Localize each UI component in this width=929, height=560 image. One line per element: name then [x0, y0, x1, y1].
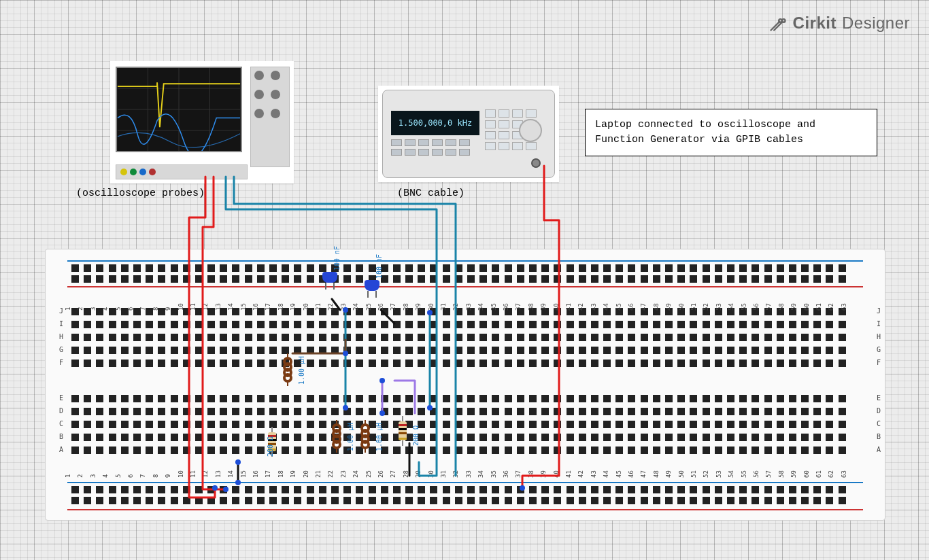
column-number: 53: [715, 470, 722, 478]
column-number: 58: [778, 470, 785, 478]
row-label: F: [877, 359, 881, 366]
column-number: 36: [503, 470, 509, 478]
capacitor-c1-value: 100 nF: [333, 246, 341, 270]
capacitor-c2-value: 100 nF: [375, 254, 383, 279]
column-number: 47: [640, 303, 647, 311]
column-number: 43: [590, 303, 597, 311]
column-number: 25: [365, 470, 372, 478]
row-label: I: [877, 320, 881, 328]
svg-point-12: [284, 374, 291, 381]
column-number: 50: [678, 470, 685, 478]
column-number: 53: [715, 303, 722, 311]
scope-ch4-port: [149, 169, 156, 175]
column-number: 30: [428, 470, 435, 478]
inductor-l1-value: 1.00 µH: [298, 356, 305, 385]
column-number: 2: [77, 307, 84, 311]
function-generator-instrument[interactable]: 1.500,000,0 kHz: [378, 86, 559, 182]
row-label: F: [59, 359, 63, 366]
row-label: A: [877, 446, 881, 453]
column-number: 31: [440, 470, 447, 478]
function-generator-output-port: [531, 158, 541, 168]
column-number: 7: [139, 307, 146, 311]
oscilloscope-channel-ports: [116, 164, 248, 179]
gpib-note[interactable]: Laptop connected to oscilloscope and Fun…: [585, 109, 877, 156]
column-number: 18: [277, 303, 284, 311]
inductor-l2-value: 1.00 µH: [347, 423, 354, 451]
column-number: 35: [490, 303, 497, 311]
column-number: 43: [590, 470, 597, 478]
resistor-r2[interactable]: [399, 416, 407, 446]
column-number: 54: [728, 470, 734, 478]
inductor-l3[interactable]: [359, 420, 371, 453]
column-number: 25: [365, 303, 372, 311]
column-number: 47: [640, 470, 647, 478]
column-number: 42: [577, 470, 584, 478]
inductor-l1[interactable]: [282, 353, 294, 386]
column-number: 14: [227, 470, 234, 478]
column-number: 18: [277, 470, 284, 478]
brand-logo: Cirkit Designer: [768, 14, 910, 33]
resistor-r1-value: 200 Ω: [267, 436, 274, 457]
capacitor-c2[interactable]: [365, 280, 379, 291]
scope-ch1-port: [120, 169, 127, 175]
column-number: 44: [603, 303, 609, 311]
column-number: 17: [265, 303, 271, 311]
column-number: 49: [665, 303, 672, 311]
inductor-l3-value: 1.00 µH: [375, 423, 383, 451]
column-number: 3: [90, 307, 97, 311]
oscilloscope-instrument[interactable]: [110, 61, 294, 183]
scope-ch2-port: [130, 169, 137, 175]
resistor-r2-value: 200 Ω: [412, 425, 420, 446]
column-number: 16: [252, 470, 259, 478]
column-number: 22: [327, 470, 334, 478]
column-number: 24: [352, 303, 359, 311]
column-number: 50: [678, 303, 685, 311]
column-number: 35: [490, 470, 497, 478]
brand-icon: [768, 14, 788, 33]
column-number: 63: [841, 470, 847, 478]
row-label: D: [59, 407, 63, 415]
column-number: 37: [515, 303, 522, 311]
inductor-l2[interactable]: [331, 420, 343, 453]
capacitor-c1[interactable]: [322, 272, 337, 283]
column-number: 40: [553, 470, 560, 478]
column-number: 29: [415, 470, 422, 478]
breadboard[interactable]: JIHGFEDCBAJIHGFEDCBA12345678910111213141…: [45, 249, 885, 521]
column-number: 42: [577, 303, 584, 311]
column-number: 61: [815, 470, 822, 478]
function-generator-knob: [519, 119, 542, 142]
column-number: 4: [102, 307, 109, 311]
column-number: 9: [165, 307, 171, 311]
column-number: 60: [803, 303, 810, 311]
column-number: 60: [803, 470, 810, 478]
column-number: 30: [428, 303, 435, 311]
column-number: 6: [127, 307, 134, 311]
column-number: 21: [315, 470, 322, 478]
function-generator-display: 1.500,000,0 kHz: [391, 111, 479, 135]
column-number: 19: [290, 303, 297, 311]
function-generator-softkeys: [391, 139, 470, 156]
row-label: B: [877, 433, 881, 440]
column-number: 48: [653, 470, 660, 478]
column-number: 8: [152, 307, 159, 311]
column-number: 51: [690, 470, 697, 478]
oscilloscope-screen: [116, 67, 242, 152]
gpib-note-line1: Laptop connected to oscilloscope and: [595, 118, 867, 133]
column-number: 11: [190, 470, 197, 478]
column-number: 45: [615, 303, 622, 311]
svg-point-16: [333, 441, 340, 448]
column-number: 49: [665, 470, 672, 478]
svg-point-20: [362, 441, 369, 448]
column-number: 59: [790, 470, 797, 478]
column-number: 5: [115, 474, 122, 478]
column-number: 4: [102, 474, 109, 478]
column-number: 44: [603, 470, 609, 478]
column-number: 6: [127, 474, 134, 478]
column-number: 46: [628, 470, 635, 478]
column-number: 1: [65, 307, 71, 311]
column-number: 63: [841, 303, 847, 311]
column-number: 57: [765, 303, 772, 311]
oscilloscope-probes-label: (oscilloscope probes): [76, 188, 205, 199]
column-number: 21: [315, 303, 322, 311]
brand-word2: Designer: [842, 14, 910, 33]
